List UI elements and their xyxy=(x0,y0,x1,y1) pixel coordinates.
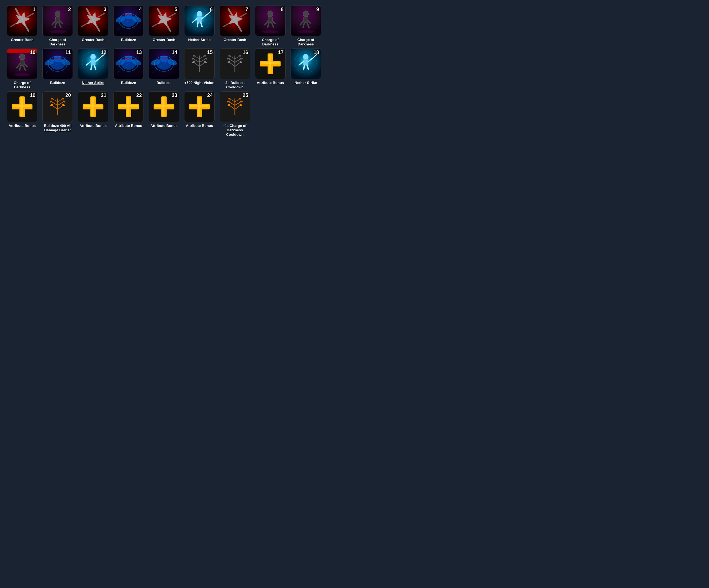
ability-label-13: Bulldoze xyxy=(121,81,136,85)
ability-label-17: Attribute Bonus xyxy=(257,81,284,85)
svg-point-61 xyxy=(19,54,25,60)
ability-item-23[interactable]: 23Attribute Bonus xyxy=(147,92,181,136)
ability-number-6: 6 xyxy=(210,7,213,12)
svg-rect-169 xyxy=(84,105,103,107)
ability-number-21: 21 xyxy=(101,93,106,98)
ability-icon-6: 6 xyxy=(184,5,215,36)
svg-point-21 xyxy=(126,15,128,16)
ability-item-20[interactable]: 20Bulldoze 400 All Damage Barrier xyxy=(41,92,74,136)
ability-number-19: 19 xyxy=(30,93,35,98)
ability-icon-25: 25 xyxy=(220,92,250,122)
ability-icon-16: 16 xyxy=(220,49,250,79)
ability-label-2: Charge of Darkness xyxy=(41,38,74,46)
svg-rect-179 xyxy=(155,105,174,107)
ability-item-15[interactable]: 15+500 Night Vision xyxy=(183,49,216,89)
ability-icon-18: 18 xyxy=(291,49,321,79)
ability-item-7[interactable]: 7Greater Bash xyxy=(218,5,252,46)
ability-icon-7: 7 xyxy=(220,5,250,36)
ability-item-1[interactable]: 1Greater Bash xyxy=(5,5,39,46)
svg-point-100 xyxy=(162,58,163,59)
ability-label-14: Bulldoze xyxy=(156,81,172,85)
ability-label-3: Greater Bash xyxy=(82,38,104,42)
ability-label-4: Bulldoze xyxy=(121,38,136,42)
ability-label-24: Attribute Bonus xyxy=(186,124,213,128)
ability-icon-23: 23 xyxy=(149,92,179,122)
ability-item-24[interactable]: 24Attribute Bonus xyxy=(183,92,216,136)
ability-item-9[interactable]: 9Charge of Darkness xyxy=(289,5,322,46)
ability-number-7: 7 xyxy=(245,7,248,12)
svg-point-57 xyxy=(298,30,314,33)
ability-item-12[interactable]: 12Nether Strike xyxy=(76,49,110,89)
ability-number-13: 13 xyxy=(136,50,142,55)
ability-item-8[interactable]: 8Charge of Darkness xyxy=(254,5,287,46)
ability-icon-20: 20 xyxy=(43,92,73,122)
svg-point-49 xyxy=(262,30,279,33)
ability-label-21: Attribute Bonus xyxy=(79,124,107,128)
svg-point-30 xyxy=(196,11,202,17)
ability-number-5: 5 xyxy=(175,7,177,12)
ability-item-5[interactable]: 5Greater Bash xyxy=(147,5,181,46)
svg-line-142 xyxy=(304,66,305,70)
svg-point-91 xyxy=(126,58,128,59)
ability-icon-8: 8 xyxy=(255,5,286,36)
ability-item-11[interactable]: 11Bulldoze xyxy=(41,49,74,89)
ability-number-14: 14 xyxy=(172,50,177,55)
svg-rect-6 xyxy=(55,17,60,23)
ability-item-10[interactable]: 10Charge of Darkness xyxy=(5,49,39,89)
ability-item-16[interactable]: 16-3s Bulldoze Cooldown xyxy=(218,49,252,89)
ability-number-3: 3 xyxy=(104,7,106,12)
ability-label-18: Nether Strike xyxy=(295,81,317,85)
ability-icon-17: 17 xyxy=(255,49,286,79)
svg-rect-79 xyxy=(90,59,96,66)
ability-icon-24: 24 xyxy=(184,92,215,122)
ability-item-13[interactable]: 13Bulldoze xyxy=(112,49,145,89)
ability-item-22[interactable]: 22Attribute Bonus xyxy=(112,92,145,136)
ability-item-2[interactable]: 2Charge of Darkness xyxy=(41,5,74,46)
ability-label-16: -3s Bulldoze Cooldown xyxy=(218,81,252,89)
ability-number-25: 25 xyxy=(243,93,248,98)
ability-number-11: 11 xyxy=(65,50,71,55)
ability-label-20: Bulldoze 400 All Damage Barrier xyxy=(41,124,74,132)
ability-item-18[interactable]: 18Nether Strike xyxy=(289,49,322,89)
ability-label-10: Charge of Darkness xyxy=(5,81,39,89)
svg-point-11 xyxy=(50,30,66,33)
ability-label-25: -4s Charge of Darkness Cooldown xyxy=(218,124,252,136)
ability-label-9: Charge of Darkness xyxy=(289,38,322,46)
ability-number-4: 4 xyxy=(139,7,142,12)
ability-number-17: 17 xyxy=(278,50,284,55)
ability-label-11: Bulldoze xyxy=(50,81,65,85)
ability-item-25[interactable]: 25-4s Charge of Darkness Cooldown xyxy=(218,92,252,136)
ability-item-3[interactable]: 3Greater Bash xyxy=(76,5,110,46)
ability-number-8: 8 xyxy=(281,7,284,12)
ability-icon-13: 13 xyxy=(113,49,144,79)
ability-number-20: 20 xyxy=(65,93,71,98)
ability-label-5: Greater Bash xyxy=(153,38,175,42)
ability-icon-14: 14 xyxy=(149,49,179,79)
ability-item-19[interactable]: 19Attribute Bonus xyxy=(5,92,39,136)
ability-label-12: Nether Strike xyxy=(82,81,104,85)
svg-rect-174 xyxy=(120,105,138,107)
ability-item-4[interactable]: 4Bulldoze xyxy=(112,5,145,46)
svg-line-34 xyxy=(197,22,198,27)
ability-icon-21: 21 xyxy=(78,92,108,122)
svg-point-74 xyxy=(58,58,60,59)
ability-item-6[interactable]: 6Nether Strike xyxy=(183,5,216,46)
ability-icon-1: 1 xyxy=(7,5,37,36)
svg-rect-44 xyxy=(268,17,272,23)
svg-point-101 xyxy=(164,58,166,59)
ability-icon-5: 5 xyxy=(149,5,179,36)
svg-point-78 xyxy=(90,54,96,60)
ability-icon-19: 19 xyxy=(7,92,37,122)
ability-icon-22: 22 xyxy=(113,92,144,122)
ability-item-14[interactable]: 14Bulldoze xyxy=(147,49,181,89)
ability-icon-15: 15 xyxy=(184,49,215,79)
ability-label-7: Greater Bash xyxy=(224,38,246,42)
ability-number-24: 24 xyxy=(207,93,213,98)
ability-grid: 1Greater Bash 2Charge of Darkness xyxy=(3,3,706,139)
ability-number-12: 12 xyxy=(101,50,106,55)
ability-number-2: 2 xyxy=(68,7,71,12)
ability-item-21[interactable]: 21Attribute Bonus xyxy=(76,92,110,136)
ability-number-23: 23 xyxy=(172,93,177,98)
ability-number-16: 16 xyxy=(243,50,248,55)
ability-item-17[interactable]: 17Attribute Bonus xyxy=(254,49,287,89)
